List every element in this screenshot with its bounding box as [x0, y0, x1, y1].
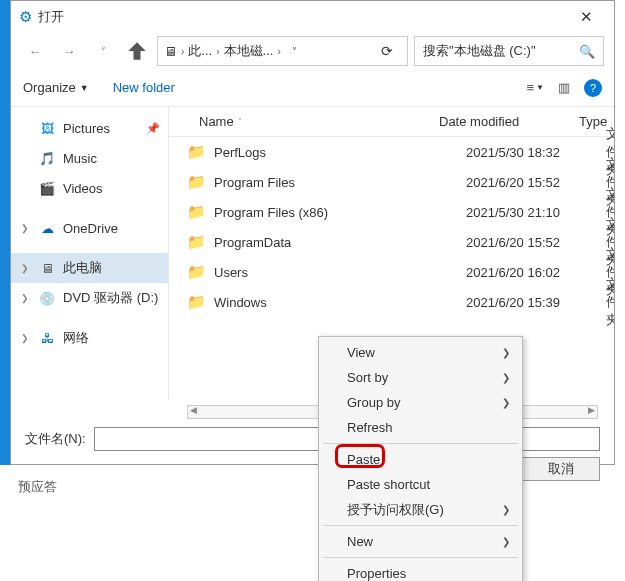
help-button[interactable]: ?	[584, 79, 602, 97]
search-placeholder: 搜索"本地磁盘 (C:)"	[423, 42, 536, 60]
file-name: PerfLogs	[214, 145, 466, 160]
expand-icon[interactable]: ❯	[21, 263, 29, 273]
cancel-button[interactable]: 取消	[522, 457, 600, 481]
recent-dropdown[interactable]: ˅	[89, 37, 117, 65]
gear-icon: ⚙	[19, 8, 32, 26]
menu-separator	[323, 557, 518, 558]
menu-item[interactable]: Paste shortcut	[321, 472, 520, 497]
menu-item[interactable]: Sort by❯	[321, 365, 520, 390]
sidebar-item-label: DVD 驱动器 (D:)	[63, 289, 158, 307]
expand-icon[interactable]: ❯	[21, 293, 29, 303]
file-type: 文件夹	[606, 275, 614, 329]
sidebar-item-label: 此电脑	[63, 259, 102, 277]
sidebar-item[interactable]: 🎵Music	[11, 143, 168, 173]
breadcrumb-drive[interactable]: 本地磁...	[224, 42, 274, 60]
menu-item[interactable]: Properties	[321, 561, 520, 581]
chevron-right-icon: ›	[216, 46, 219, 57]
up-button[interactable]	[123, 37, 151, 65]
folder-icon: 📁	[187, 293, 206, 311]
menu-item[interactable]: Refresh	[321, 415, 520, 440]
breadcrumb[interactable]: 🖥 › 此... › 本地磁... › ˅ ⟳	[157, 36, 408, 66]
folder-icon: 📁	[187, 173, 206, 191]
breadcrumb-dropdown[interactable]: ˅	[285, 46, 303, 57]
music-icon: 🎵	[39, 150, 55, 166]
file-date: 2021/5/30 21:10	[466, 205, 606, 220]
chevron-right-icon: ›	[181, 46, 184, 57]
toolbar: Organize ▼ New folder ≡ ▼ ▥ ?	[11, 69, 614, 107]
filename-label: 文件名(N):	[25, 430, 86, 448]
sidebar-item-label: Music	[63, 151, 97, 166]
breadcrumb-pc[interactable]: 此...	[188, 42, 212, 60]
expand-icon[interactable]: ❯	[21, 223, 29, 233]
menu-item[interactable]: View❯	[321, 340, 520, 365]
file-date: 2021/6/20 16:02	[466, 265, 606, 280]
chevron-right-icon: ❯	[502, 397, 510, 408]
sidebar-item[interactable]: ❯☁OneDrive	[11, 213, 168, 243]
file-row[interactable]: 📁Users2021/6/20 16:02文件夹	[169, 257, 614, 287]
file-row[interactable]: 📁ProgramData2021/6/20 15:52文件夹	[169, 227, 614, 257]
chevron-down-icon: ˅	[238, 117, 242, 126]
pic-icon: 🖼	[39, 120, 55, 136]
file-date: 2021/6/20 15:39	[466, 295, 606, 310]
view-menu[interactable]: ≡ ▼	[526, 80, 544, 95]
menu-item-label: Properties	[347, 566, 406, 581]
back-button[interactable]: ←	[21, 37, 49, 65]
menu-item[interactable]: Paste	[321, 447, 520, 472]
titlebar: ⚙ 打开 ✕	[11, 1, 614, 33]
sidebar-item[interactable]: ❯💿DVD 驱动器 (D:)	[11, 283, 168, 313]
chevron-right-icon: ›	[277, 46, 280, 57]
close-button[interactable]: ✕	[566, 8, 606, 26]
menu-item-label: Paste shortcut	[347, 477, 430, 492]
organize-menu[interactable]: Organize ▼	[23, 80, 89, 95]
address-bar: ← → ˅ 🖥 › 此... › 本地磁... › ˅ ⟳ 搜索"本地磁盘 (C…	[11, 33, 614, 69]
sidebar: 🖼Pictures📌🎵Music🎬Videos❯☁OneDrive❯🖥此电脑❯💿…	[11, 107, 169, 399]
filename-row: 文件名(N):	[11, 419, 614, 457]
menu-item-label: Paste	[347, 452, 380, 467]
menu-separator	[323, 443, 518, 444]
column-date[interactable]: Date modified	[439, 114, 579, 129]
file-row[interactable]: 📁Windows2021/6/20 15:39文件夹	[169, 287, 614, 317]
menu-item-label: Group by	[347, 395, 400, 410]
folder-icon: 📁	[187, 203, 206, 221]
chevron-right-icon: ❯	[502, 347, 510, 358]
sidebar-item-label: 网络	[63, 329, 89, 347]
chevron-right-icon: ❯	[502, 536, 510, 547]
file-name: Program Files (x86)	[214, 205, 466, 220]
chevron-right-icon: ❯	[502, 504, 510, 515]
file-name: Users	[214, 265, 466, 280]
expand-icon[interactable]: ❯	[21, 333, 29, 343]
refresh-button[interactable]: ⟳	[373, 43, 401, 59]
sidebar-item-label: Videos	[63, 181, 103, 196]
menu-item-label: View	[347, 345, 375, 360]
file-date: 2021/6/20 15:52	[466, 235, 606, 250]
menu-item-label: Refresh	[347, 420, 393, 435]
sidebar-item[interactable]: ❯🖥此电脑	[11, 253, 168, 283]
sidebar-item-label: Pictures	[63, 121, 110, 136]
file-name: ProgramData	[214, 235, 466, 250]
preview-pane-button[interactable]: ▥	[558, 80, 570, 95]
file-row[interactable]: 📁Program Files (x86)2021/5/30 21:10文件夹	[169, 197, 614, 227]
sidebar-item[interactable]: ❯🖧网络	[11, 323, 168, 353]
column-headers: Name ˅ Date modified Type	[169, 107, 614, 137]
chevron-right-icon: ❯	[502, 372, 510, 383]
sidebar-item-label: OneDrive	[63, 221, 118, 236]
menu-item[interactable]: Group by❯	[321, 390, 520, 415]
background-text: 预应答	[18, 478, 57, 496]
file-row[interactable]: 📁PerfLogs2021/5/30 18:32文件夹	[169, 137, 614, 167]
column-name[interactable]: Name ˅	[199, 114, 439, 129]
sidebar-item[interactable]: 🖼Pictures📌	[11, 113, 168, 143]
file-date: 2021/5/30 18:32	[466, 145, 606, 160]
menu-item[interactable]: 授予访问权限(G)❯	[321, 497, 520, 522]
forward-button[interactable]: →	[55, 37, 83, 65]
new-folder-button[interactable]: New folder	[113, 80, 175, 95]
folder-icon: 📁	[187, 233, 206, 251]
menu-item[interactable]: New❯	[321, 529, 520, 554]
menu-item-label: New	[347, 534, 373, 549]
sidebar-item[interactable]: 🎬Videos	[11, 173, 168, 203]
search-input[interactable]: 搜索"本地磁盘 (C:)" 🔍	[414, 36, 604, 66]
dvd-icon: 💿	[39, 290, 55, 306]
od-icon: ☁	[39, 220, 55, 236]
open-dialog: ⚙ 打开 ✕ ← → ˅ 🖥 › 此... › 本地磁... › ˅ ⟳ 搜索"…	[10, 0, 615, 465]
chevron-down-icon: ▼	[80, 83, 89, 93]
file-row[interactable]: 📁Program Files2021/6/20 15:52文件夹	[169, 167, 614, 197]
